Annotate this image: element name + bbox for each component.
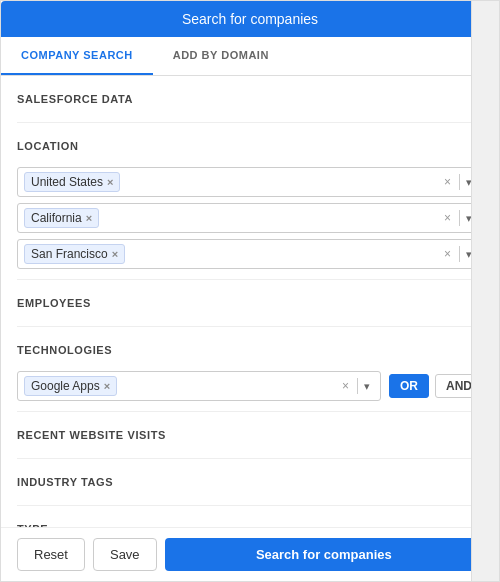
industry-tags-title: INDUSTRY TAGS <box>17 476 113 488</box>
tag-united-states-remove[interactable]: × <box>107 176 113 188</box>
section-recent-website-visits-header[interactable]: RECENT WEBSITE VISITS + <box>17 422 483 448</box>
filter-row-google-apps: Google Apps × × ▾ <box>17 371 381 401</box>
filter-california-divider <box>459 210 460 226</box>
section-industry-tags-header[interactable]: INDUSTRY TAGS + <box>17 469 483 495</box>
section-type-header[interactable]: TYPE + <box>17 516 483 527</box>
logic-buttons: OR AND <box>389 374 483 398</box>
tag-san-francisco: San Francisco × <box>24 244 125 264</box>
section-type: TYPE + <box>17 506 483 527</box>
section-location: LOCATION - United States × × ▾ <box>17 123 483 280</box>
or-button[interactable]: OR <box>389 374 429 398</box>
section-industry-tags: INDUSTRY TAGS + <box>17 459 483 506</box>
bottom-bar: Reset Save Search for companies <box>1 527 499 581</box>
filter-california-clear-icon[interactable]: × <box>438 209 457 227</box>
technologies-filter-row: Google Apps × × ▾ OR AND <box>17 371 483 401</box>
tabs-container: COMPANY SEARCH ADD BY DOMAIN <box>1 37 499 76</box>
tag-google-apps-label: Google Apps <box>31 379 100 393</box>
filter-united-states-clear-icon[interactable]: × <box>438 173 457 191</box>
top-bar-label: Search for companies <box>182 11 318 27</box>
main-container: Search for companies ▶ COMPANY SEARCH AD… <box>0 0 500 582</box>
filter-google-apps-divider <box>357 378 358 394</box>
tag-united-states: United States × <box>24 172 120 192</box>
tag-google-apps-remove[interactable]: × <box>104 380 110 392</box>
section-employees: EMPLOYEES + <box>17 280 483 327</box>
filter-left-california: California × <box>24 208 438 228</box>
filter-left-google-apps: Google Apps × <box>24 376 336 396</box>
tag-california: California × <box>24 208 99 228</box>
tag-san-francisco-remove[interactable]: × <box>112 248 118 260</box>
filter-san-francisco-clear-icon[interactable]: × <box>438 245 457 263</box>
recent-website-visits-title: RECENT WEBSITE VISITS <box>17 429 166 441</box>
reset-button[interactable]: Reset <box>17 538 85 571</box>
tab-add-by-domain[interactable]: ADD BY DOMAIN <box>153 37 289 75</box>
section-location-header[interactable]: LOCATION - <box>17 133 483 159</box>
filter-row-united-states: United States × × ▾ <box>17 167 483 197</box>
tag-california-label: California <box>31 211 82 225</box>
right-rail <box>471 1 499 581</box>
tag-united-states-label: United States <box>31 175 103 189</box>
filter-google-apps-chevron-icon[interactable]: ▾ <box>360 378 374 395</box>
tag-california-remove[interactable]: × <box>86 212 92 224</box>
section-employees-header[interactable]: EMPLOYEES + <box>17 290 483 316</box>
filter-left-san-francisco: San Francisco × <box>24 244 438 264</box>
search-companies-button[interactable]: Search for companies <box>165 538 483 571</box>
section-salesforce-data: SALESFORCE DATA + <box>17 76 483 123</box>
tab-company-search[interactable]: COMPANY SEARCH <box>1 37 153 75</box>
filter-san-francisco-divider <box>459 246 460 262</box>
save-button[interactable]: Save <box>93 538 157 571</box>
filter-left-united-states: United States × <box>24 172 438 192</box>
filter-row-san-francisco: San Francisco × × ▾ <box>17 239 483 269</box>
top-search-bar[interactable]: Search for companies ▶ <box>1 1 499 37</box>
filter-google-apps-clear-icon[interactable]: × <box>336 377 355 395</box>
technologies-title: TECHNOLOGIES <box>17 344 112 356</box>
section-technologies-header[interactable]: TECHNOLOGIES - <box>17 337 483 363</box>
filter-row-california: California × × ▾ <box>17 203 483 233</box>
filter-united-states-divider <box>459 174 460 190</box>
section-salesforce-data-header[interactable]: SALESFORCE DATA + <box>17 86 483 112</box>
location-title: LOCATION <box>17 140 78 152</box>
section-recent-website-visits: RECENT WEBSITE VISITS + <box>17 412 483 459</box>
employees-title: EMPLOYEES <box>17 297 91 309</box>
main-content: SALESFORCE DATA + LOCATION - United Stat… <box>1 76 499 527</box>
tag-google-apps: Google Apps × <box>24 376 117 396</box>
tag-san-francisco-label: San Francisco <box>31 247 108 261</box>
filter-right-google-apps: × ▾ <box>336 377 374 395</box>
section-technologies: TECHNOLOGIES - Google Apps × × ▾ <box>17 327 483 412</box>
salesforce-data-title: SALESFORCE DATA <box>17 93 133 105</box>
